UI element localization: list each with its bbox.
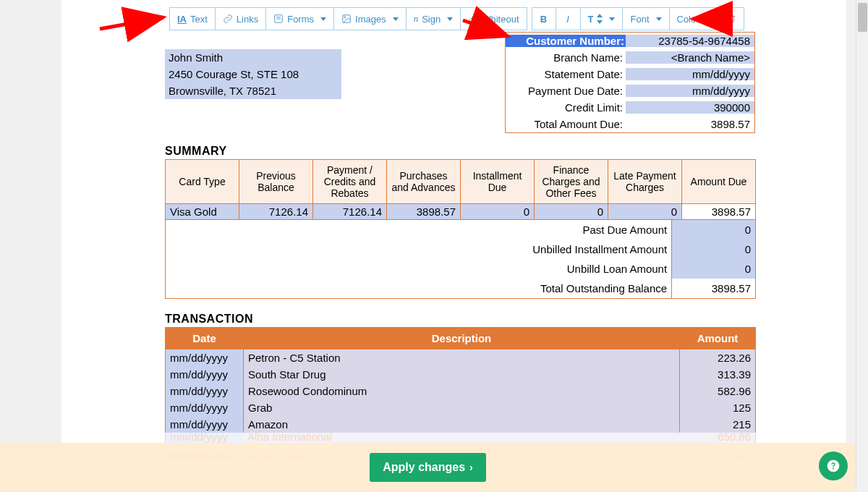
trans-amt[interactable]: 313.39 [680, 366, 756, 383]
caret-down-icon [706, 17, 712, 21]
transaction-row: mm/dd/yyyyPetron - C5 Station223.26 [166, 349, 756, 367]
italic-label: I [566, 14, 569, 25]
trans-date[interactable]: mm/dd/yyyy [166, 383, 244, 399]
apply-changes-button[interactable]: Apply changes › [370, 453, 485, 482]
chevron-right-icon: › [469, 462, 473, 473]
trash-icon [727, 14, 736, 24]
trans-date[interactable]: mm/dd/yyyy [166, 349, 244, 367]
trans-desc[interactable]: South Star Drug [244, 366, 680, 383]
trans-desc[interactable]: Petron - C5 Station [244, 349, 680, 367]
cell-card-type[interactable]: Visa Gold [166, 204, 239, 220]
trans-amt[interactable]: 582.96 [680, 383, 756, 399]
help-button[interactable] [819, 451, 848, 480]
apply-label: Apply changes [383, 461, 465, 474]
sign-icon: n [414, 13, 419, 25]
total-due-label: Total Amount Due: [506, 118, 626, 130]
image-icon [341, 14, 352, 24]
transaction-table: Date Description Amount mm/dd/yyyyPetron… [165, 327, 756, 433]
links-tool-label: Links [237, 14, 258, 25]
credit-limit-label: Credit Limit: [506, 101, 626, 114]
whiteout-tool-label: Whiteout [482, 14, 519, 25]
caret-down-icon [656, 17, 662, 21]
summary-table: Card Type Previous Balance Payment / Cre… [165, 159, 756, 220]
address-line3: Brownsville, TX 78521 [165, 82, 341, 99]
trans-date[interactable]: mm/dd/yyyy [166, 366, 244, 383]
color-button[interactable]: Color [670, 7, 720, 30]
italic-button[interactable]: I [556, 7, 581, 30]
images-tool-button[interactable]: Images [334, 7, 407, 30]
address-line1: John Smith [165, 49, 341, 66]
forms-icon [273, 14, 284, 24]
col-late: Late Payment Charges [608, 160, 682, 204]
text-tool-label: Text [190, 14, 208, 25]
delete-button[interactable] [720, 7, 744, 30]
trans-date[interactable]: mm/dd/yyyy [166, 399, 244, 416]
payment-due-value[interactable]: mm/dd/yyyy [626, 85, 754, 97]
customer-number-label[interactable]: Customer Number: [506, 35, 626, 47]
credit-limit-value[interactable]: 390000 [626, 101, 754, 114]
vertical-scrollbar[interactable] [856, 0, 868, 492]
cell-finance[interactable]: 0 [535, 204, 608, 220]
trans-desc[interactable]: Rosewood Condominum [244, 383, 680, 399]
font-button[interactable]: Font [623, 7, 669, 30]
scrollbar-thumb[interactable] [858, 3, 867, 32]
account-info-box: Customer Number: 23785-54-9674458 Branch… [505, 32, 755, 133]
faded-amt: 650.86 [680, 430, 756, 443]
cell-payment-credits[interactable]: 7126.14 [313, 204, 387, 220]
col-purchases: Purchases and Advances [387, 160, 461, 204]
past-due-label: Past Due Amount [166, 224, 671, 236]
color-label: Color [677, 14, 699, 25]
link-icon [223, 14, 233, 24]
col-amount: Amount [680, 328, 756, 349]
caret-down-icon [320, 17, 326, 21]
trans-amt[interactable]: 223.26 [680, 349, 756, 367]
bold-label: B [540, 14, 547, 25]
text-size-button[interactable]: T [581, 7, 624, 30]
customer-number-value[interactable]: 23785-54-9674458 [626, 35, 754, 47]
sign-tool-button[interactable]: n Sign [407, 7, 461, 30]
font-label: Font [630, 14, 649, 25]
links-tool-button[interactable]: Links [216, 7, 266, 30]
cell-amount-due: 3898.57 [682, 204, 756, 220]
caret-down-icon [609, 17, 615, 21]
col-date: Date [166, 328, 244, 349]
col-finance: Finance Charges and Other Fees [535, 160, 608, 204]
text-tool-button[interactable]: IA Text [169, 7, 216, 30]
text-icon: IA [177, 14, 187, 25]
transaction-row: mm/dd/yyyyRosewood Condominum582.96 [166, 383, 756, 399]
col-description: Description [244, 328, 680, 349]
col-prev-balance: Previous Balance [239, 160, 313, 204]
forms-tool-button[interactable]: Forms [266, 7, 334, 30]
statement-date-label: Statement Date: [506, 68, 626, 80]
total-outstanding-label: Total Outstanding Balance [166, 282, 671, 294]
address-block[interactable]: John Smith 2450 Courage St, STE 108 Brow… [165, 49, 341, 99]
past-due-value[interactable]: 0 [671, 220, 755, 239]
caret-down-icon [447, 17, 453, 21]
transaction-row: mm/dd/yyyySouth Star Drug313.39 [166, 366, 756, 383]
unbilled-inst-value[interactable]: 0 [671, 239, 755, 259]
unbilled-loan-value[interactable]: 0 [671, 259, 755, 279]
forms-tool-label: Forms [287, 14, 314, 25]
cell-installment[interactable]: 0 [461, 204, 535, 220]
col-card-type: Card Type [166, 160, 239, 204]
statement-date-value[interactable]: mm/dd/yyyy [626, 68, 754, 80]
bold-button[interactable]: B [532, 7, 556, 30]
branch-name-value[interactable]: <Branch Name> [626, 51, 754, 64]
transaction-row: mm/dd/yyyyGrab125 [166, 399, 756, 416]
payment-due-label: Payment Due Date: [506, 85, 626, 97]
cell-purchases[interactable]: 3898.57 [387, 204, 461, 220]
trans-amt[interactable]: 125 [680, 399, 756, 416]
transaction-title: TRANSACTION [165, 313, 756, 326]
cell-prev-balance[interactable]: 7126.14 [239, 204, 313, 220]
faded-desc: Alba International [243, 430, 680, 443]
trans-desc[interactable]: Grab [244, 399, 680, 416]
svg-point-4 [344, 17, 346, 18]
whiteout-tool-button[interactable]: Whiteout [461, 7, 527, 30]
total-due-value: 3898.57 [626, 118, 754, 130]
summary-title: SUMMARY [165, 145, 756, 158]
caret-down-icon [393, 17, 399, 21]
text-size-label: T [588, 14, 594, 25]
cell-late[interactable]: 0 [608, 204, 682, 220]
summary-extras: Past Due Amount 0 Unbilled Installment A… [165, 220, 756, 299]
col-amount-due: Amount Due [682, 160, 756, 204]
